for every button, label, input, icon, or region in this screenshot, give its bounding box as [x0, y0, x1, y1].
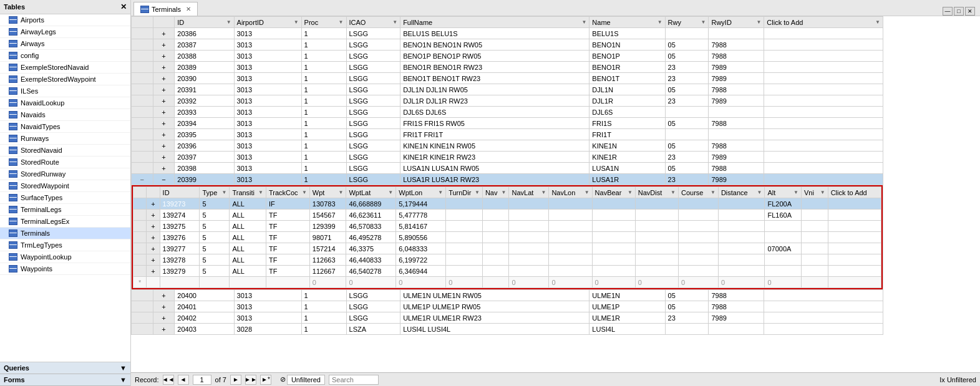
col-header-proc[interactable]: Proc▼ — [301, 17, 346, 28]
table-cell[interactable]: 3013 — [234, 301, 301, 312]
table-cell[interactable]: 3013 — [234, 163, 301, 174]
row-expand[interactable]: − — [153, 174, 175, 185]
table-row[interactable]: +2038630131LSGGBELU1S BELU1SBELU1S — [132, 28, 883, 39]
table-row[interactable]: +2039030131LSGGBENO1T BENO1T RW23BENO1T2… — [132, 73, 883, 84]
sub-table-cell[interactable]: 5 — [200, 198, 230, 210]
sub-col-header[interactable]: WptLat▼ — [346, 187, 396, 198]
sidebar-item-waypoints[interactable]: Waypoints — [0, 263, 130, 275]
table-cell[interactable]: 1 — [301, 290, 346, 301]
row-expand[interactable]: + — [153, 39, 175, 51]
sub-table-cell[interactable]: FL200A — [765, 198, 802, 210]
table-cell[interactable]: 7989 — [709, 95, 764, 107]
sub-table-data-row[interactable]: +1392775ALLTF15721446,33756,04833307000A — [133, 243, 881, 254]
sub-table-data-row[interactable]: +1392745ALLTF15456746,6236115,477778FL16… — [133, 210, 881, 221]
table-cell[interactable]: 05 — [665, 118, 709, 129]
sub-row-expand[interactable]: + — [147, 243, 160, 254]
sub-table-cell[interactable] — [592, 210, 635, 221]
table-cell[interactable]: BELU1S — [589, 28, 665, 39]
table-cell[interactable]: LSGG — [346, 39, 400, 51]
sub-col-header[interactable]: Course▼ — [679, 187, 719, 198]
sub-table-cell[interactable] — [679, 243, 719, 254]
sub-cell-id[interactable]: 139273 — [160, 198, 200, 210]
table-cell[interactable]: 3013 — [234, 174, 301, 185]
table-cell[interactable]: ULME1N ULME1N RW05 — [400, 290, 589, 301]
sidebar-item-terminals[interactable]: Terminals — [0, 228, 130, 239]
sub-table-cell[interactable]: TF — [266, 266, 309, 277]
sub-table-cell[interactable]: TF — [266, 221, 309, 232]
sub-table-cell[interactable] — [592, 266, 635, 277]
table-cell[interactable]: ULME1N — [589, 290, 665, 301]
row-expand[interactable]: + — [153, 107, 175, 118]
table-cell[interactable]: 23 — [665, 312, 709, 324]
sub-table-cell[interactable] — [765, 254, 802, 266]
table-cell[interactable]: 23 — [665, 62, 709, 73]
table-cell[interactable]: 20389 — [175, 62, 234, 73]
sub-table-cell[interactable] — [802, 243, 828, 254]
table-row[interactable]: +2039630131LSGGKINE1N KINE1N RW05KINE1N0… — [132, 140, 883, 152]
table-cell[interactable]: 23 — [665, 95, 709, 107]
table-row[interactable]: +2039130131LSGGDJL1N DJL1N RW05DJL1N0579… — [132, 84, 883, 95]
table-cell[interactable]: 7988 — [709, 51, 764, 62]
table-cell[interactable] — [764, 312, 883, 324]
sub-table-cell[interactable] — [446, 198, 483, 210]
table-cell[interactable]: 7988 — [709, 163, 764, 174]
sidebar-item-storednavaid[interactable]: StoredNavaid — [0, 145, 130, 157]
sub-table-cell[interactable]: 112663 — [309, 254, 346, 266]
sub-table-cell[interactable]: 5 — [200, 266, 230, 277]
table-cell[interactable]: LSZA — [346, 324, 400, 335]
sub-table-cell[interactable]: ALL — [230, 254, 266, 266]
table-cell[interactable]: LSGG — [346, 28, 400, 39]
table-cell[interactable]: 20391 — [175, 84, 234, 95]
table-cell[interactable]: LSGG — [346, 312, 400, 324]
sub-table-cell[interactable]: 5,890556 — [396, 232, 446, 243]
sub-table-cell[interactable] — [446, 221, 483, 232]
sub-table-cell[interactable] — [765, 221, 802, 232]
table-cell[interactable]: 3013 — [234, 73, 301, 84]
forms-section[interactable]: Forms ▼ — [0, 374, 130, 386]
sub-table-cell[interactable] — [482, 221, 509, 232]
table-row[interactable]: −−2039930131LSGGLUSA1R LUSA1R RW23LUSA1R… — [132, 174, 883, 185]
sidebar-item-terminallegsex[interactable]: TerminalLegsEx — [0, 216, 130, 228]
tab-close-icon[interactable]: ✕ — [186, 6, 191, 12]
sub-table-cell[interactable] — [592, 221, 635, 232]
table-cell[interactable]: 1 — [301, 301, 346, 312]
sub-table-cell[interactable] — [802, 254, 828, 266]
sub-table-cell[interactable] — [828, 210, 881, 221]
sub-col-header[interactable]: Click to Add — [828, 187, 881, 198]
sub-table-cell[interactable]: 46,495278 — [346, 232, 396, 243]
sub-row-expand[interactable]: + — [147, 210, 160, 221]
sub-table-cell[interactable]: 07000A — [765, 243, 802, 254]
table-cell[interactable]: DJL1R — [589, 95, 665, 107]
sidebar-close-icon[interactable]: ✕ — [120, 2, 127, 11]
table-cell[interactable]: 23 — [665, 73, 709, 84]
table-cell[interactable]: 20386 — [175, 28, 234, 39]
sub-table-cell[interactable] — [549, 198, 592, 210]
table-cell[interactable]: LSGG — [346, 107, 400, 118]
sub-table-cell[interactable] — [592, 198, 635, 210]
table-cell[interactable]: 1 — [301, 129, 346, 140]
sub-table-cell[interactable] — [635, 266, 678, 277]
table-row[interactable]: +2040230131LSGGULME1R ULME1R RW23ULME1R2… — [132, 312, 883, 324]
table-cell[interactable] — [764, 174, 883, 185]
table-cell[interactable]: LSGG — [346, 140, 400, 152]
sub-cell-id[interactable]: 139274 — [160, 210, 200, 221]
table-cell[interactable] — [665, 28, 709, 39]
sub-table-cell[interactable] — [549, 254, 592, 266]
table-cell[interactable]: LSGG — [346, 84, 400, 95]
table-cell[interactable]: 23 — [665, 152, 709, 163]
sidebar-item-storedrunway[interactable]: StoredRunway — [0, 168, 130, 180]
sub-table-cell[interactable] — [828, 232, 881, 243]
table-cell[interactable]: ULME1R ULME1R RW23 — [400, 312, 589, 324]
sub-table-data-row[interactable]: +1392785ALLTF11266346,4408336,199722 — [133, 254, 881, 266]
sub-table-cell[interactable] — [765, 266, 802, 277]
sidebar-item-airports[interactable]: Airports — [0, 14, 130, 26]
sub-table-cell[interactable] — [679, 221, 719, 232]
sidebar-item-waypointlookup[interactable]: WaypointLookup — [0, 251, 130, 263]
table-cell[interactable]: BENO1R — [589, 62, 665, 73]
sub-table-cell[interactable] — [828, 198, 881, 210]
sub-col-header[interactable]: NavBear▼ — [592, 187, 635, 198]
table-cell[interactable]: 05 — [665, 140, 709, 152]
sub-table-cell[interactable]: 5 — [200, 254, 230, 266]
table-cell[interactable]: 20401 — [175, 301, 234, 312]
table-cell[interactable]: BELU1S BELU1S — [400, 28, 589, 39]
